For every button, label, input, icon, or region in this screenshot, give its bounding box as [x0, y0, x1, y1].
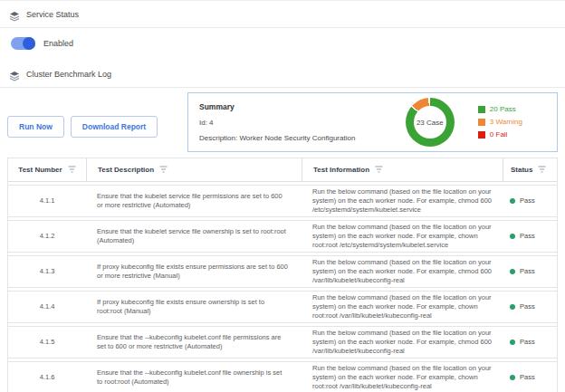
run-now-button[interactable]: Run Now [7, 116, 64, 138]
cell-status: Pass [503, 302, 557, 311]
status-label: Pass [520, 302, 535, 311]
download-report-button[interactable]: Download Report [71, 116, 158, 138]
enabled-toggle-label: Enabled [43, 39, 73, 48]
filter-icon[interactable] [375, 166, 383, 175]
legend-swatch-icon [478, 106, 485, 113]
table-header-row: Test Number Test Description Test Inform… [8, 158, 557, 182]
status-pass-dot-icon [510, 234, 515, 239]
summary-text-block: Summary Id: 4 Description: Worker Node S… [199, 100, 406, 146]
layers-icon [9, 9, 20, 20]
summary-id: Id: 4 [199, 115, 406, 130]
benchmark-results-table: Test Number Test Description Test Inform… [7, 158, 558, 392]
filter-icon[interactable] [159, 166, 168, 175]
cell-test-information: Run the below command (based on the file… [302, 223, 503, 250]
toggle-knob [23, 37, 35, 50]
table-row[interactable]: 4.1.4 If proxy kubeconfig file exists en… [8, 291, 557, 323]
status-label: Pass [520, 267, 535, 276]
cell-status: Pass [503, 373, 557, 382]
cell-test-description: If proxy kubeconfig file exists ensure o… [86, 298, 302, 316]
status-label: Pass [520, 196, 535, 206]
cluster-benchmark-label: Cluster Benchmark Log [26, 70, 111, 79]
cell-status: Pass [503, 196, 557, 206]
donut-chart: 23 Case [406, 98, 455, 147]
filter-icon[interactable] [538, 166, 546, 175]
action-buttons: Run Now Download Report [7, 92, 187, 138]
cell-test-information: Run the below command (based on the file… [302, 187, 503, 215]
cell-test-information: Run the below command (based on the file… [302, 329, 503, 356]
legend-item: 3 Warning [478, 116, 522, 129]
donut-legend: 20 Pass 3 Warning 0 Fail [478, 103, 522, 141]
status-label: Pass [520, 232, 535, 241]
status-label: Pass [520, 373, 535, 382]
donut-center-label: 23 Case [414, 106, 446, 139]
table-row[interactable]: 4.1.1 Ensure that the kubelet service fi… [8, 185, 557, 217]
table-row[interactable]: 4.1.6 Ensure that the --kubeconfig kubel… [8, 361, 557, 392]
status-pass-dot-icon [510, 339, 515, 345]
actions-and-summary-band: Run Now Download Report Summary Id: 4 De… [0, 92, 565, 152]
legend-swatch-icon [478, 131, 485, 139]
cell-test-number: 4.1.2 [8, 232, 86, 241]
table-row[interactable]: 4.1.3 If proxy kubeconfig file exists en… [8, 255, 557, 288]
column-header-status[interactable]: Status [503, 158, 557, 181]
status-label: Pass [520, 338, 535, 347]
legend-label: 3 Warning [490, 116, 522, 129]
summary-title: Summary [199, 100, 406, 115]
cell-test-information: Run the below command (based on the file… [302, 364, 503, 391]
table-row[interactable]: 4.1.5 Ensure that the --kubeconfig kubel… [8, 326, 557, 359]
cell-test-description: Ensure that the kubelet service file per… [86, 192, 302, 210]
status-pass-dot-icon [510, 269, 515, 274]
status-pass-dot-icon [510, 304, 515, 310]
cell-test-number: 4.1.5 [8, 338, 86, 347]
cell-status: Pass [503, 267, 557, 276]
legend-label: 20 Pass [490, 103, 516, 116]
cell-test-number: 4.1.4 [8, 302, 86, 311]
service-status-section-header: Service Status [0, 1, 565, 28]
cell-status: Pass [503, 232, 557, 241]
enabled-toggle[interactable] [11, 37, 35, 50]
cell-test-number: 4.1.1 [8, 196, 86, 206]
legend-item: 0 Fail [478, 129, 522, 141]
legend-label: 0 Fail [490, 129, 508, 141]
status-pass-dot-icon [510, 375, 515, 380]
summary-description: Description: Worker Node Security Config… [199, 130, 406, 146]
cell-test-number: 4.1.6 [8, 373, 86, 382]
cell-test-number: 4.1.3 [8, 267, 86, 276]
service-status-label: Service Status [26, 10, 79, 19]
cell-test-information: Run the below command (based on the file… [302, 258, 503, 285]
column-header-test-description[interactable]: Test Description [86, 158, 302, 181]
summary-card: Summary Id: 4 Description: Worker Node S… [187, 92, 558, 152]
cluster-benchmark-section-header: Cluster Benchmark Log [0, 61, 565, 88]
service-status-toggle-row: Enabled [0, 35, 565, 52]
cell-status: Pass [503, 338, 557, 347]
cell-test-description: Ensure that the kubelet service file own… [86, 227, 302, 245]
column-header-test-information[interactable]: Test Information [302, 158, 503, 181]
table-body: 4.1.1 Ensure that the kubelet service fi… [8, 185, 557, 392]
cell-test-description: If proxy kubeconfig file exists ensure p… [86, 263, 302, 281]
cell-test-information: Run the below command (based on the file… [302, 293, 503, 320]
table-row[interactable]: 4.1.2 Ensure that the kubelet service fi… [8, 220, 557, 253]
layers-icon [9, 69, 20, 80]
status-pass-dot-icon [510, 198, 515, 204]
legend-item: 20 Pass [478, 103, 522, 116]
column-header-test-number[interactable]: Test Number [8, 158, 86, 181]
legend-swatch-icon [478, 119, 485, 126]
filter-icon[interactable] [68, 166, 76, 175]
cell-test-description: Ensure that the --kubeconfig kubelet.con… [86, 333, 302, 351]
cell-test-description: Ensure that the --kubeconfig kubelet.con… [86, 368, 302, 387]
